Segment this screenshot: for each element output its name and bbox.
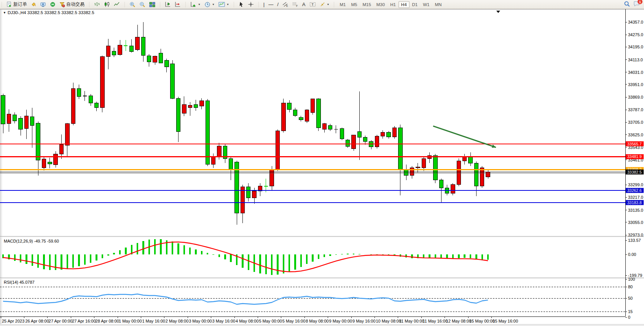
search-button[interactable] [624, 1, 630, 8]
trendline-button[interactable]: / [275, 1, 281, 8]
svg-text:25 Apr 2023: 25 Apr 2023 [2, 319, 24, 323]
crosshair-button[interactable] [246, 0, 256, 8]
chart-type-group [91, 0, 123, 9]
svg-text:28 Apr 08:00: 28 Apr 08:00 [96, 319, 119, 323]
mql-community-button[interactable] [38, 0, 48, 8]
indicator-group: ▼ ▼ ▼ [187, 0, 232, 9]
templates-button[interactable]: ▼ [217, 0, 231, 8]
periods-button[interactable]: ▼ [202, 0, 217, 9]
scroll-group [162, 0, 184, 9]
auto-scroll-icon [165, 2, 171, 7]
auto-scroll-button[interactable] [163, 0, 173, 8]
price-chart[interactable]: 34357.034275.034195.034113.034031.033951… [0, 9, 644, 326]
caret-down-icon: ▼ [212, 3, 215, 6]
symbol-dropdown-icon[interactable]: ▼ [3, 11, 6, 14]
timeframe-h4[interactable]: H4 [399, 1, 410, 8]
chart-window[interactable]: 34357.034275.034195.034113.034031.033951… [0, 9, 644, 326]
toolbar-grip [124, 2, 126, 8]
toolbar-grip [159, 2, 161, 8]
svg-text:T: T [311, 3, 314, 6]
fibonacci-button[interactable]: F [290, 0, 300, 8]
zoom-in-button[interactable] [128, 0, 137, 9]
timeframe-group: M1M5M15M30H1H4D1W1MN [336, 0, 445, 9]
svg-text:26 Apr 08:00: 26 Apr 08:00 [25, 319, 49, 323]
svg-text:3 May 16:00: 3 May 16:00 [212, 319, 236, 323]
toolbar-grip [1, 2, 3, 8]
auto-trading-label: 自动交易 [66, 1, 84, 8]
candlestick-chart-button[interactable] [102, 0, 112, 8]
notification-badge: 1 [638, 0, 642, 4]
timeframe-mn[interactable]: MN [432, 1, 445, 8]
indicators-icon [190, 2, 196, 7]
chart-shift-button[interactable] [173, 0, 183, 8]
svg-text:11 May 00:00: 11 May 00:00 [399, 319, 424, 323]
svg-text:27 Apr 00:00: 27 Apr 00:00 [49, 319, 72, 323]
text-button[interactable]: A [300, 1, 308, 8]
channel-button[interactable]: E [281, 0, 290, 8]
caret-down-icon: ▼ [226, 3, 229, 6]
label-button[interactable]: T [308, 0, 318, 8]
svg-text:34031.0: 34031.0 [628, 70, 643, 75]
svg-text:33625.0: 33625.0 [628, 133, 643, 137]
svg-text:8 May 08:00: 8 May 08:00 [306, 319, 329, 323]
new-order-label: 新订单 [13, 1, 27, 8]
vertical-line-button[interactable]: | [261, 1, 266, 8]
horizontal-line-button[interactable]: — [266, 1, 275, 8]
svg-text:33262.6: 33262.6 [627, 188, 642, 193]
auto-trading-button[interactable]: 自动交易 [57, 0, 86, 9]
arrows-icon [320, 2, 325, 7]
timeframe-m30[interactable]: M30 [374, 1, 387, 8]
search-icon [624, 1, 630, 7]
auto-trading-icon [59, 2, 65, 7]
paint-bucket-button[interactable] [29, 0, 38, 8]
cursor-button[interactable] [237, 0, 246, 8]
new-order-button[interactable]: 新订单 [5, 0, 29, 9]
line-chart-button[interactable] [112, 0, 122, 8]
zoom-group [126, 0, 158, 9]
chart-shift-icon [175, 2, 181, 7]
toolbar-grip [333, 2, 335, 8]
signals-icon [50, 2, 56, 7]
timeframe-h1[interactable]: H1 [387, 1, 399, 8]
timeframe-m1[interactable]: M1 [337, 1, 348, 8]
fibonacci-icon: F [292, 2, 298, 7]
svg-text:34113.0: 34113.0 [628, 58, 643, 62]
bar-chart-button[interactable] [92, 0, 102, 8]
paint-bucket-icon [31, 2, 37, 7]
toolbar-grip [88, 2, 90, 8]
svg-text:33705.0: 33705.0 [628, 120, 643, 125]
svg-text:133.57: 133.57 [628, 238, 641, 243]
svg-text:F: F [296, 5, 298, 7]
timeframe-m5[interactable]: M5 [348, 1, 360, 8]
tile-windows-button[interactable] [147, 0, 157, 8]
svg-text:80: 80 [628, 284, 633, 289]
toolbar-grip [258, 2, 260, 8]
zoom-out-button[interactable] [137, 0, 147, 9]
chat-button[interactable]: 1 [633, 1, 640, 8]
line-chart-icon [114, 2, 120, 7]
svg-text:33183.8: 33183.8 [627, 200, 642, 205]
standard-group: 新订单 自动交易 [3, 0, 88, 9]
signals-button[interactable] [48, 0, 57, 8]
svg-text:5 May 16:00: 5 May 16:00 [282, 319, 306, 323]
svg-text:33951.0: 33951.0 [628, 82, 643, 87]
svg-text:9 May 00:00: 9 May 00:00 [329, 319, 352, 323]
timeframe-d1[interactable]: D1 [410, 1, 421, 8]
arrows-button[interactable]: ▼ [318, 0, 332, 8]
chart-title: ▼ DJ30-,H4 33382.5 33382.5 33382.5 33382… [3, 10, 94, 15]
caret-down-icon: ▼ [198, 3, 201, 6]
svg-text:33299.0: 33299.0 [628, 182, 643, 187]
tile-windows-icon [149, 2, 155, 7]
indicators-button[interactable]: ▼ [188, 0, 202, 8]
caret-down-icon: ▼ [327, 3, 330, 6]
candlestick-chart-icon [104, 2, 110, 7]
timeframe-m15[interactable]: M15 [360, 1, 373, 8]
mt4-window: 新订单 自动交易 [0, 0, 644, 326]
timeframe-w1[interactable]: W1 [420, 1, 432, 8]
svg-text:15: 15 [628, 309, 633, 314]
svg-text:33055.0: 33055.0 [628, 220, 643, 225]
rsi-label: RSI(14) 45.0787 [4, 280, 35, 284]
chart-title-text: DJ30-,H4 33382.5 33382.5 33382.5 33382.5 [8, 10, 94, 15]
svg-text:1 May 00:00: 1 May 00:00 [119, 319, 142, 323]
macd-label: MACD(12,26,9) -49.75 -59.60 [4, 239, 59, 243]
